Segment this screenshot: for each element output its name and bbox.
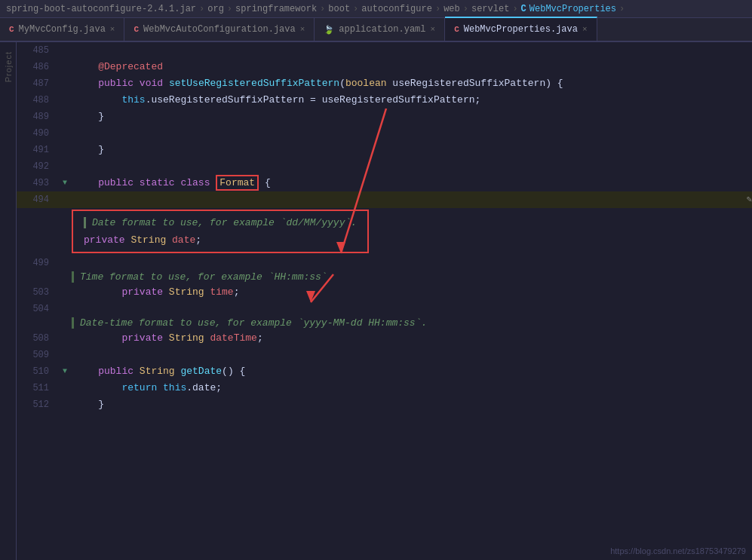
tab-label-1: MyMvcConfig.java xyxy=(19,24,106,35)
watermark: https://blog.csdn.net/zs18753479279 xyxy=(610,546,746,555)
linenum-485: 485 xyxy=(17,42,58,59)
close-tab-4[interactable]: × xyxy=(582,25,588,34)
code-private-string-date: private String date; xyxy=(84,234,357,246)
gutter-510: ▼ xyxy=(58,363,72,380)
close-tab-3[interactable]: × xyxy=(431,25,436,34)
breadcrumb-bar: spring-boot-autoconfigure-2.4.1.jar › or… xyxy=(0,0,752,18)
bc-class-icon: C xyxy=(521,4,526,14)
line-508: 508 private String dateTime; xyxy=(17,330,752,347)
doc-comment-datetime-text: Date-time format to use, for example `yy… xyxy=(80,317,427,329)
line-493: 493 ▼ public static class Format { xyxy=(17,175,752,191)
line-503: 503 private String time; xyxy=(17,284,752,301)
line-490: 490 xyxy=(17,125,752,142)
code-511: return this.date; xyxy=(72,380,752,396)
doc-comment-date-text: Date format to use, for example `dd/MM/y… xyxy=(92,217,357,228)
linenum-489: 489 xyxy=(17,109,58,125)
linenum-487: 487 xyxy=(17,75,58,92)
close-tab-2[interactable]: × xyxy=(300,25,305,34)
bc-autoconfigure[interactable]: autoconfigure xyxy=(361,4,432,14)
tab-webmvcautoconfig[interactable]: C WebMvcAutoConfiguration.java × xyxy=(124,18,315,41)
line-487: 487 public void setUseRegisteredSuffixPa… xyxy=(17,75,752,92)
linenum-503: 503 xyxy=(17,284,58,301)
java-icon-4: C xyxy=(454,25,459,34)
sidebar: Project xyxy=(0,42,17,560)
line-488: 488 this.useRegisteredSuffixPattern = us… xyxy=(17,92,752,109)
doc-comment-time: Time format to use, for example `HH:mm:s… xyxy=(72,271,752,283)
java-icon-1: C xyxy=(9,25,14,34)
line-489: 489 } xyxy=(17,109,752,125)
jar-name[interactable]: spring-boot-autoconfigure-2.4.1.jar xyxy=(6,4,196,14)
linenum-486: 486 xyxy=(17,59,58,75)
tab-mymvcconfig[interactable]: C MyMvcConfig.java × xyxy=(0,18,124,41)
bc-org[interactable]: org xyxy=(207,4,224,14)
code-508: private String dateTime; xyxy=(72,330,752,347)
code-area[interactable]: 485 486 @Deprecated 487 public void setU… xyxy=(17,42,752,560)
line-491: 491 } xyxy=(17,142,752,158)
code-489: } xyxy=(72,109,752,125)
bc-class-name[interactable]: WebMvcProperties xyxy=(529,4,616,14)
tab-webmvcproperties[interactable]: C WebMvcProperties.java × xyxy=(445,17,597,41)
linenum-491: 491 xyxy=(17,142,58,158)
bc-servlet[interactable]: servlet xyxy=(471,4,509,14)
yaml-icon: 🍃 xyxy=(324,25,334,35)
line-504: 504 xyxy=(17,301,752,317)
line-499: 499 xyxy=(17,255,752,271)
java-icon-2: C xyxy=(134,25,139,34)
linenum-512: 512 xyxy=(17,396,58,413)
linenum-511: 511 xyxy=(17,380,58,396)
code-488: this.useRegisteredSuffixPattern = useReg… xyxy=(72,92,752,109)
linenum-488: 488 xyxy=(17,92,58,109)
line-492: 492 xyxy=(17,158,752,175)
tab-label-3: application.yaml xyxy=(339,24,425,35)
linenum-494: 494 xyxy=(17,191,58,208)
line-510: 510 ▼ public String getDate() { xyxy=(17,363,752,380)
annotation-box: Date format to use, for example `dd/MM/y… xyxy=(72,210,369,253)
code-493: public static class Format { xyxy=(72,175,752,191)
linenum-509: 509 xyxy=(17,347,58,363)
doc-comment-time-text: Time format to use, for example `HH:mm:s… xyxy=(80,271,333,283)
gutter-493: ▼ xyxy=(58,175,72,191)
bc-springframework[interactable]: springframework xyxy=(235,4,317,14)
line-511: 511 return this.date; xyxy=(17,380,752,396)
linenum-504: 504 xyxy=(17,301,58,317)
code-503: private String time; xyxy=(72,284,752,301)
sep1: › xyxy=(199,4,204,14)
linenum-499: 499 xyxy=(17,255,58,271)
code-510: public String getDate() { xyxy=(72,363,752,380)
tab-label-2: WebMvcAutoConfiguration.java xyxy=(143,24,296,35)
doc-comment-date: Date format to use, for example `dd/MM/y… xyxy=(84,217,357,228)
line-494: 494 ✎ xyxy=(17,191,752,208)
sidebar-label: Project xyxy=(4,51,13,82)
line-512: 512 } xyxy=(17,396,752,413)
linenum-492: 492 xyxy=(17,158,58,175)
line-486: 486 @Deprecated xyxy=(17,59,752,75)
main-area: Project 485 486 @Deprecated 487 public v… xyxy=(0,42,752,560)
line-509: 509 xyxy=(17,347,752,363)
tab-bar: C MyMvcConfig.java × C WebMvcAutoConfigu… xyxy=(0,18,752,42)
linenum-508: 508 xyxy=(17,330,58,347)
linenum-510: 510 xyxy=(17,363,58,380)
tab-label-4: WebMvcProperties.java xyxy=(464,24,578,35)
linenum-493: 493 xyxy=(17,175,58,191)
code-491: } xyxy=(72,142,752,158)
bc-boot[interactable]: boot xyxy=(328,4,350,14)
bc-web[interactable]: web xyxy=(444,4,460,14)
line-485: 485 xyxy=(17,42,752,59)
code-512: } xyxy=(72,396,752,413)
edit-pencil-icon[interactable]: ✎ xyxy=(747,191,752,208)
code-486: @Deprecated xyxy=(72,59,752,75)
tab-applicationyaml[interactable]: 🍃 application.yaml × xyxy=(315,18,445,41)
annotation-box-container: Date format to use, for example `dd/MM/y… xyxy=(72,210,752,253)
close-tab-1[interactable]: × xyxy=(110,25,115,34)
linenum-490: 490 xyxy=(17,125,58,142)
code-487: public void setUseRegisteredSuffixPatter… xyxy=(72,75,752,92)
doc-comment-datetime: Date-time format to use, for example `yy… xyxy=(72,317,752,329)
code-lines: 485 486 @Deprecated 487 public void setU… xyxy=(17,42,752,413)
